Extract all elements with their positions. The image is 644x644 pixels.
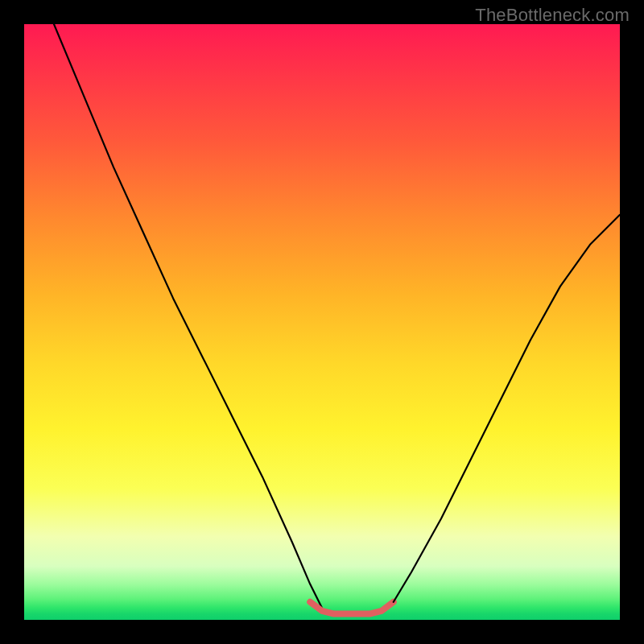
watermark-text: TheBottleneck.com bbox=[475, 5, 630, 26]
plot-area bbox=[24, 24, 620, 620]
series-right-ascending-curve bbox=[394, 215, 620, 602]
series-flat-bottom-segment bbox=[310, 602, 394, 614]
chart-frame: TheBottleneck.com bbox=[0, 0, 644, 644]
series-left-descending-curve bbox=[54, 24, 322, 608]
curve-layer bbox=[24, 24, 620, 620]
